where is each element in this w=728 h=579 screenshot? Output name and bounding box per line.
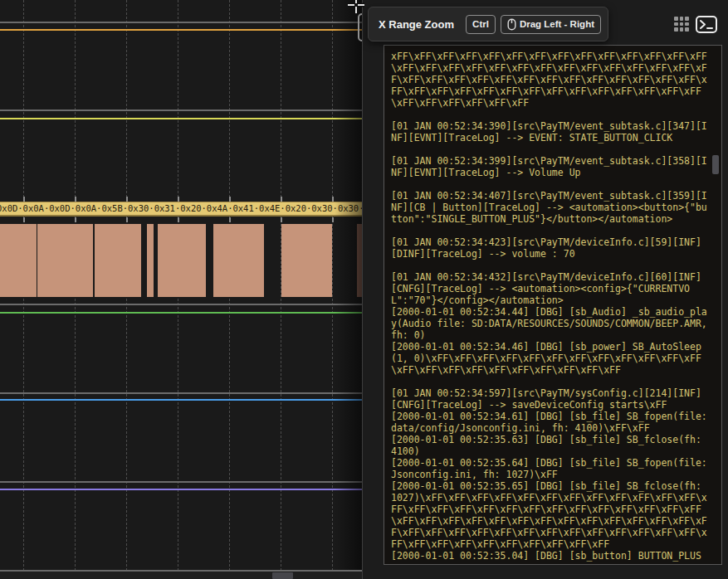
- log-scrollbar-thumb[interactable]: [712, 155, 719, 174]
- decode-tick: [178, 217, 179, 222]
- decode-tick: [281, 217, 282, 222]
- channel-3-rail: [0, 304, 363, 305]
- decode-tick: [229, 217, 231, 222]
- canvas-edge-shade: [335, 0, 363, 579]
- decode-byte-block: [281, 224, 332, 297]
- ctrl-key-label: Ctrl: [472, 19, 489, 29]
- terminal-icon[interactable]: [696, 16, 717, 33]
- uart-decode-blocks: [0, 224, 363, 297]
- decode-tick: [126, 197, 128, 202]
- log-entry: [01 JAN 00:52:34:390][src\PayTM/event_su…: [391, 120, 707, 144]
- waveform-horizontal-scrollbar[interactable]: [0, 572, 363, 579]
- channel-5-signal: [0, 489, 363, 490]
- decode-byte-block: [37, 224, 93, 297]
- channel-1-signal: [0, 29, 363, 31]
- decode-byte-block: [158, 224, 206, 297]
- decode-byte-block: [95, 224, 141, 297]
- decode-tick: [75, 197, 76, 202]
- waveform-horizontal-scrollbar-thumb[interactable]: [272, 572, 293, 579]
- tooltip-title: X Range Zoom: [379, 18, 461, 31]
- channel-2-signal: [0, 118, 363, 119]
- channel-1-rail: [0, 22, 363, 23]
- channel-5-rail: [0, 481, 363, 483]
- decode-tick: [126, 217, 128, 222]
- drag-action-label: Drag Left - Right: [520, 19, 594, 29]
- decode-tick: [332, 217, 334, 222]
- decode-tick: [178, 197, 179, 202]
- decode-tick: [23, 217, 25, 222]
- waveform-canvas[interactable]: 0x0D·0x0A·0x0D·0x0A·0x5B·0x30·0x31·0x20·…: [0, 0, 363, 579]
- uart-decode-hex-band: 0x0D·0x0A·0x0D·0x0A·0x5B·0x30·0x31·0x20·…: [0, 202, 363, 217]
- decode-byte-block: [213, 224, 264, 297]
- channel-4-rail: [0, 392, 363, 394]
- log-entry: [2000-01-01 00:52:35.64] [DBG] [sb_file]…: [391, 457, 707, 480]
- log-entry: [2000-01-01 00:52:34.46] [DBG] [sb_power…: [391, 341, 707, 376]
- serial-log-view[interactable]: xFF\xFF\xFF\xFF\xFF\xFF\xFF\xFF\xFF\xFF\…: [384, 45, 722, 565]
- log-entry: [01 JAN 00:52:34:432][src\PayTM/deviceIn…: [391, 271, 707, 306]
- log-entry: [2000-01-01 00:52:34.44] [DBG] [sb_Audio…: [391, 306, 707, 341]
- log-entry: [2000-01-01 00:52:35.63] [DBG] [sb_file]…: [391, 434, 707, 457]
- decode-tick: [75, 217, 76, 222]
- log-entry: [2000-01-01 00:52:34.61] [DBG] [sb_file]…: [391, 411, 707, 434]
- log-entry: [01 JAN 00:52:34:597][src\PayTM/sysConfi…: [391, 387, 707, 411]
- decode-byte-block: [147, 224, 154, 297]
- ctrl-key-badge: Ctrl: [466, 15, 496, 34]
- log-entry: [2000-01-01 00:52:35.65] [DBG] [sb_file]…: [391, 480, 707, 550]
- grid-view-icon[interactable]: [674, 17, 689, 32]
- log-entry: [2000-01-01 00:52:35.04] [DBG] [sb_butto…: [391, 550, 707, 562]
- app-window: 0x0D·0x0A·0x0D·0x0A·0x5B·0x30·0x31·0x20·…: [0, 0, 728, 579]
- log-entry: [01 JAN 00:52:34:407][src\PayTM/event_su…: [391, 190, 707, 225]
- zoom-hint-tooltip: X Range Zoom Ctrl Drag Left - Right: [368, 7, 608, 41]
- crosshair-cursor: [347, 0, 365, 14]
- decode-tick: [281, 197, 282, 202]
- channel-3-signal: [0, 312, 363, 314]
- log-entry: [01 JAN 00:52:34:399][src\PayTM/event_su…: [391, 155, 707, 178]
- decode-tick: [23, 197, 25, 202]
- serial-log-text: xFF\xFF\xFF\xFF\xFF\xFF\xFF\xFF\xFF\xFF\…: [391, 51, 707, 562]
- log-entry: [01 JAN 00:52:34:423][src\PayTM/deviceIn…: [391, 236, 707, 260]
- channel-4-signal: [0, 399, 363, 401]
- uart-decode-hex-text: 0x0D·0x0A·0x0D·0x0A·0x5B·0x30·0x31·0x20·…: [0, 202, 363, 215]
- decode-byte-block: [0, 224, 37, 297]
- log-entry: xFF\xFF\xFF\xFF\xFF\xFF\xFF\xFF\xFF\xFF\…: [391, 51, 707, 109]
- channel-2-rail: [0, 109, 363, 111]
- decode-tick: [332, 197, 334, 202]
- terminal-panel: xFF\xFF\xFF\xFF\xFF\xFF\xFF\xFF\xFF\xFF\…: [363, 0, 728, 579]
- drag-action-badge: Drag Left - Right: [501, 15, 601, 34]
- mouse-icon: [507, 18, 516, 31]
- decode-tick: [229, 197, 231, 202]
